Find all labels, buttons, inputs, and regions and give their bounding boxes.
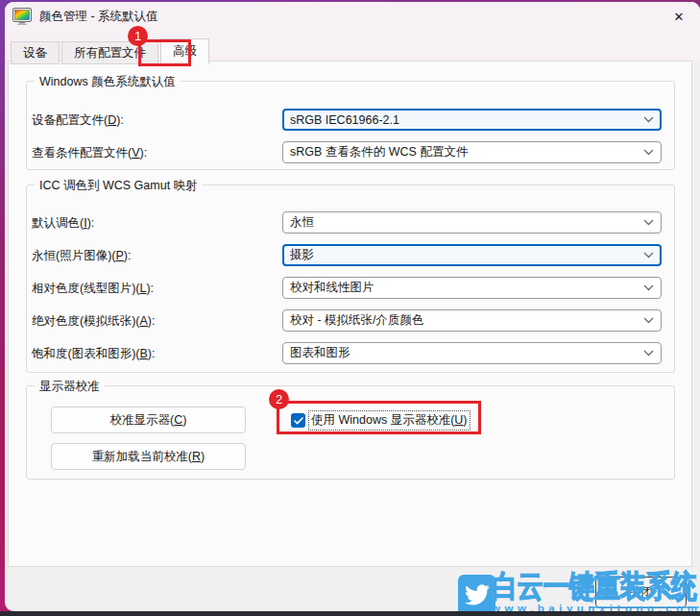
bottom-edge-strip <box>0 611 700 616</box>
chevron-down-icon <box>643 284 654 291</box>
device-profile-label: 设备配置文件(D): <box>32 112 124 129</box>
perceptual-intent-value: 摄影 <box>290 247 314 263</box>
tab-all-profiles[interactable]: 所有配置文件 <box>61 41 158 64</box>
calibrate-display-button[interactable]: 校准显示器(C) <box>51 407 246 433</box>
window-close-button[interactable]: ✕ <box>658 2 700 31</box>
chevron-down-icon <box>643 149 654 156</box>
use-windows-calibration-label[interactable]: 使用 Windows 显示器校准(U) <box>309 411 470 430</box>
default-rendering-intent-value: 永恒 <box>290 214 314 231</box>
relative-colorimetric-value: 校对和线性图片 <box>290 280 374 296</box>
watermark-twitter-bird-icon <box>458 575 495 611</box>
chevron-down-icon <box>643 350 654 357</box>
advanced-tab-page: Windows 颜色系统默认值 设备配置文件(D): sRGB IEC61966… <box>8 61 692 567</box>
absolute-colorimetric-value: 校对 - 模拟纸张/介质颜色 <box>290 312 424 329</box>
tab-advanced[interactable]: 高级 <box>160 38 209 64</box>
saturation-intent-dropdown[interactable]: 图表和图形 <box>282 342 662 364</box>
tab-devices[interactable]: 设备 <box>11 41 60 64</box>
close-dialog-button[interactable]: 关闭 <box>595 577 687 608</box>
chevron-down-icon <box>643 317 654 324</box>
window-title: 颜色管理 - 系统默认值 <box>39 9 158 25</box>
perceptual-intent-dropdown[interactable]: 摄影 <box>282 244 662 266</box>
color-management-app-icon <box>12 8 32 25</box>
chevron-down-icon <box>643 116 654 123</box>
relative-colorimetric-label: 相对色度(线型图片)(L): <box>32 281 154 297</box>
default-rendering-intent-dropdown[interactable]: 永恒 <box>282 211 662 234</box>
absolute-colorimetric-dropdown[interactable]: 校对 - 模拟纸张/介质颜色 <box>282 309 662 332</box>
checkmark-icon <box>294 417 303 425</box>
chevron-down-icon <box>643 219 654 226</box>
titlebar: 颜色管理 - 系统默认值 ✕ <box>5 2 700 31</box>
group-wcs-defaults-title: Windows 颜色系统默认值 <box>35 74 181 90</box>
viewing-conditions-profile-value: sRGB 查看条件的 WCS 配置文件 <box>290 144 468 160</box>
reload-calibration-button[interactable]: 重新加载当前校准(R) <box>51 443 246 470</box>
group-display-calibration-title: 显示器校准 <box>35 379 105 395</box>
absolute-colorimetric-label: 绝对色度(模拟纸张)(A): <box>32 313 155 330</box>
use-windows-calibration-checkbox[interactable] <box>291 413 305 428</box>
perceptual-intent-label: 永恒(照片图像)(P): <box>32 248 131 264</box>
saturation-intent-value: 图表和图形 <box>290 345 350 361</box>
relative-colorimetric-dropdown[interactable]: 校对和线性图片 <box>282 277 662 299</box>
color-management-dialog: 颜色管理 - 系统默认值 ✕ 设备 所有配置文件 高级 Windows 颜色系统… <box>5 2 700 611</box>
use-windows-calibration-row: 使用 Windows 显示器校准(U) <box>291 411 470 430</box>
device-profile-value: sRGB IEC61966-2.1 <box>290 113 399 127</box>
group-gamut-mapping-title: ICC 调色到 WCS Gamut 映射 <box>35 178 203 194</box>
saturation-intent-label: 饱和度(图表和图形)(B): <box>32 346 155 362</box>
chevron-down-icon <box>643 252 654 259</box>
default-rendering-intent-label: 默认调色(I): <box>32 215 94 232</box>
device-profile-dropdown[interactable]: sRGB IEC61966-2.1 <box>282 109 662 131</box>
viewing-conditions-profile-dropdown[interactable]: sRGB 查看条件的 WCS 配置文件 <box>282 141 662 163</box>
viewing-conditions-profile-label: 查看条件配置文件(V): <box>32 145 147 161</box>
tab-strip: 设备 所有配置文件 高级 <box>11 38 211 64</box>
